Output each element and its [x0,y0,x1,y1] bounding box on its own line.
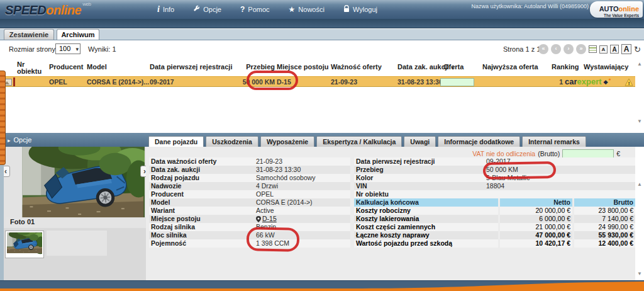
cell-przebieg: 50 000 KM [239,78,275,86]
calc-row: Koszty lakierowania6 000,00 €7 140,00 € [354,215,635,223]
tab-zestawienie[interactable]: Zestawienie [4,29,54,40]
detail-scroll-up-icon[interactable]: ▲ [637,181,642,187]
col-header-ranking[interactable]: Ranking [552,63,579,71]
options-bar-label: Opcje [14,136,32,144]
font-small-button[interactable]: A [599,45,608,54]
col-header-data-rejestracji[interactable]: Data pierwszej rejestracji [150,63,232,71]
lock-icon [343,5,350,14]
prev-page-button[interactable]: ‹ [551,44,561,54]
col-header-nr-obiektu[interactable]: Nr obiektu [17,61,48,75]
col-header-model[interactable]: Model [87,63,107,71]
kv-row: Moc silnika66 kW [149,231,350,239]
vat-row: VAT nie do odliczenia (Brutto) € [472,149,620,158]
location-pin-icon [256,216,261,222]
col-header-miejsce-postoju[interactable]: Miejsce postoju [277,63,329,71]
tab-internal-remarks[interactable]: Internal remarks [522,136,586,147]
menu-pomoc[interactable]: ? Pomoc [240,5,270,14]
calc-row-value-before-damage: Wartość pojazdu przed szkodą10 420,17 €1… [354,239,635,248]
col-header-producent[interactable]: Producent [49,63,83,71]
tab-archiwum[interactable]: Archiwum [57,29,99,40]
col-header-przebieg[interactable]: Przebieg [245,63,275,71]
cell-waznosc-oferty: 21-09-23 [331,78,357,86]
scroll-up-icon[interactable]: ▲ [637,61,642,67]
last-page-button[interactable]: » [576,44,586,54]
menu-opcje[interactable]: Opcje [193,5,221,14]
star-icon: ★ [289,5,296,14]
kv-row: Przebieg50 000 KM [354,166,635,174]
warning-icon[interactable]: ! [625,77,633,86]
detail-scroll-down-icon[interactable]: ▼ [637,271,642,277]
menu-nowosci-label: Nowości [298,6,325,13]
carexpert-mark-icon: ❖ [602,79,609,86]
top-menu: i Info Opcje ? Pomoc ★ Nowości Wyloguj [157,0,377,19]
menu-info[interactable]: i Info [157,4,174,14]
photo-caption: Foto 01 [6,217,145,227]
carexpert-logo: carexpert ❖● [565,77,611,86]
tab-dane-pojazdu[interactable]: Dane pojazdu [148,136,204,147]
tab-informacje-dodatkowe[interactable]: Informacje dodatkowe [438,136,520,147]
col-header-waznosc-oferty[interactable]: Ważność oferty [331,63,382,71]
expand-right-icon: ▸ [8,137,11,144]
kv-row: Rodzaj silnikaBenzin [149,223,350,231]
menu-nowosci[interactable]: ★ Nowości [289,5,325,14]
first-page-button[interactable]: « [538,44,548,54]
pagination: « ‹ › » A A A ↻ [538,44,641,54]
page-info: Strona 1 z 1 [503,45,540,53]
page-size-select[interactable]: 100 ▾ [55,43,80,54]
font-large-button[interactable]: A [621,44,631,54]
menu-wyloguj-label: Wyloguj [353,6,377,13]
footer-bar: a Solera company [0,280,644,291]
detail-tabstrip: Dane pojazdu Uszkodzenia Wyposażenie Eks… [148,136,586,147]
menu-wyloguj[interactable]: Wyloguj [343,5,377,14]
cell-data-zak-aukcji: 31-08-23 13:30 [397,78,443,86]
vat-input[interactable] [562,149,614,158]
kv-row: ModelCORSA E (2014->) [149,198,350,207]
kv-row: WariantActive [149,207,350,215]
auction-row[interactable]: OPEL CORSA E (2014->)... 09-2017 50 000 … [0,76,635,87]
question-icon: ? [240,5,245,14]
kv-row: Data pierwszej rejestracji09-2017 [354,157,635,166]
vat-currency: € [616,150,620,157]
vehicle-detail-panel: VAT nie do odliczenia (Brutto) € Data wa… [146,147,635,280]
col-header-wystawiajacy[interactable]: Wystawiający [584,63,628,71]
logo-speed: SPEED [5,3,46,17]
kv-row: Rodzaj pojazduSamochód osobowy [149,174,350,182]
tab-wyposazenie[interactable]: Wyposażenie [260,136,314,147]
kv-row: VIN18804 [354,182,635,190]
menu-opcje-label: Opcje [203,6,221,13]
cell-ranking: 1 [538,78,563,86]
vat-label: VAT nie do odliczenia [472,150,535,157]
parking-location-link[interactable]: D-15 [256,215,277,223]
kv-row: Data ważności oferty21-09-23 [149,157,350,166]
calc-row-total: Łączne koszty naprawy47 000,00 €55 930,0… [354,231,635,239]
kv-row: Data zak. aukcji31-08-23 13:30 [149,166,350,174]
kv-row: Kolor5-Blau-Metallic [354,174,635,182]
vehicle-photo[interactable] [21,147,145,218]
side-handle[interactable] [0,71,6,165]
page-size-value: 100 [59,45,70,52]
svg-text:!: ! [628,81,630,86]
photo-thumbnail[interactable] [5,231,44,258]
col-header-oferta[interactable]: Oferta [443,63,464,71]
calc-row: Koszt części zamiennych21 000,00 €24 990… [354,223,635,231]
tab-uwagi[interactable]: Uwagi [404,136,436,147]
vat-suffix: (Brutto) [538,150,560,157]
calc-header-row: Kalkulacja końcowaNettoBrutto [354,198,635,207]
thumbnail-empty-slot [47,231,107,256]
kv-row: Pojemność1 398 CCM [149,239,350,248]
tab-ekspertyza-kalkulacja[interactable]: Ekspertyza / Kalkulacja [316,136,402,147]
cell-model: CORSA E (2014->)... [87,78,149,86]
main-tabstrip: Zestawienie Archiwum [0,29,644,40]
carexpert-dot-icon: ● [608,77,611,81]
export-icon[interactable] [589,45,597,53]
cell-data-rejestracji: 09-2017 [150,78,174,86]
logo-web: web [82,1,91,7]
refresh-icon[interactable]: ↻ [634,45,641,54]
col-header-najwyzsza-oferta[interactable]: Najwyższa oferta [482,63,538,71]
tab-uszkodzenia[interactable]: Uszkodzenia [206,136,258,147]
font-medium-button[interactable]: A [610,45,619,54]
scroll-down-icon[interactable]: ▼ [637,118,642,124]
oferta-input[interactable] [440,78,474,86]
next-page-button[interactable]: › [564,44,574,54]
speedonline-logo: SPEEDonlineweb [5,1,91,18]
